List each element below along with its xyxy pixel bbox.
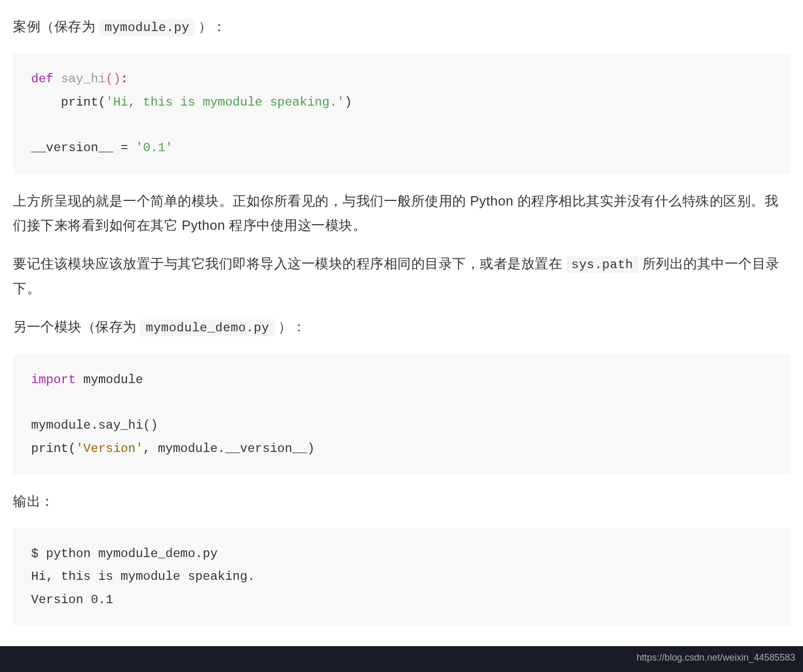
inline-code-syspath: sys.path (566, 256, 638, 273)
paragraph-syspath: 要记住该模块应该放置于与其它我们即将导入这一模块的程序相同的目录下，或者是放置在… (13, 252, 790, 300)
close-paren: ) (345, 95, 352, 109)
text-prefix: 另一个模块（保存为 (13, 319, 140, 334)
code-block-demo: import mymodule mymodule.say_hi() print(… (13, 354, 790, 475)
module-name: mymodule (76, 373, 143, 387)
output-line: Version 0.1 (31, 593, 113, 607)
function-name: say_hi (61, 72, 106, 86)
code-prefix: print( (31, 442, 76, 456)
text-prefix: 案例（保存为 (13, 19, 99, 34)
code-block-mymodule: def say_hi(): print('Hi, this is mymodul… (13, 53, 790, 174)
output-line: Hi, this is mymodule speaking. (31, 569, 255, 583)
text-suffix: ）： (275, 319, 306, 334)
text-prefix: 要记住该模块应该放置于与其它我们即将导入这一模块的程序相同的目录下，或者是放置在 (13, 256, 566, 271)
variable-assign: __version__ = (31, 141, 136, 155)
inline-code-demo-filename: mymodule_demo.py (140, 319, 274, 337)
paragraph-example-intro: 案例（保存为 mymodule.py ）： (13, 14, 790, 39)
inline-code-filename: mymodule.py (99, 19, 195, 36)
code-line: mymodule.say_hi() (31, 418, 158, 432)
code-suffix: , mymodule.__version__) (143, 442, 314, 456)
string-literal: 'Hi, this is mymodule speaking.' (106, 95, 345, 109)
keyword-import: import (31, 373, 76, 387)
paragraph-explanation: 上方所呈现的就是一个简单的模块。正如你所看见的，与我们一般所使用的 Python… (13, 189, 790, 238)
string-literal: '0.1' (136, 141, 173, 155)
output-line: $ python mymodule_demo.py (31, 547, 218, 561)
paragraph-demo-intro: 另一个模块（保存为 mymodule_demo.py ）： (13, 315, 790, 339)
text-suffix: ）： (195, 19, 226, 34)
code-block-output: $ python mymodule_demo.py Hi, this is my… (13, 528, 790, 626)
keyword-def: def (31, 72, 53, 86)
string-literal: 'Version' (76, 442, 143, 456)
paragraph-output-label: 输出： (13, 489, 790, 514)
colon: : (121, 72, 128, 86)
code-indent: print( (31, 95, 106, 109)
parens: () (106, 72, 121, 86)
